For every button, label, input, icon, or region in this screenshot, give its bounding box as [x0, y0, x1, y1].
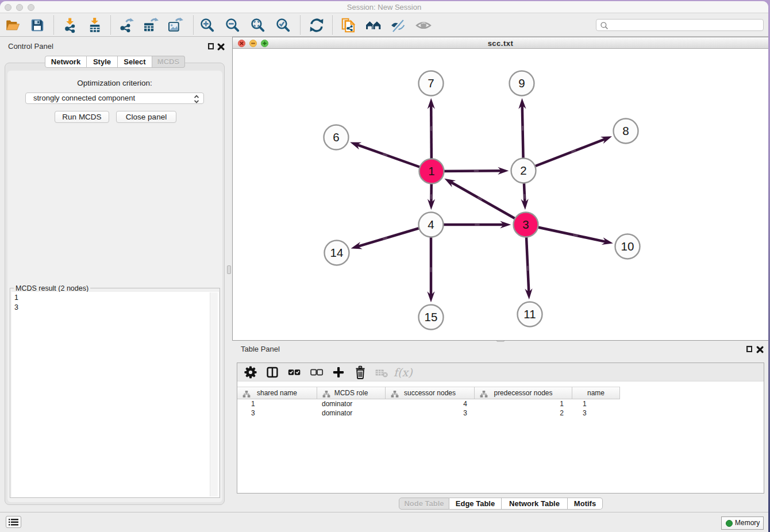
graph-node-label-8: 8 [622, 124, 629, 137]
task-history-icon[interactable] [6, 516, 21, 528]
table-panel-title: Table Panel [241, 345, 280, 353]
graph-node-label-15: 15 [425, 310, 438, 323]
clone-network-icon[interactable] [340, 17, 356, 33]
search-icon [600, 21, 609, 30]
memory-button[interactable]: Memory [721, 516, 764, 530]
optimization-label: Optimization criterion: [5, 79, 225, 87]
export-table-icon[interactable] [143, 17, 159, 33]
column-header-label: MCDS role [334, 389, 368, 397]
zoom-selected-icon[interactable] [275, 17, 291, 33]
column-header-shared-name[interactable]: shared name [237, 387, 317, 399]
control-panel-title: Control Panel [8, 42, 53, 51]
graph-node-label-11: 11 [523, 307, 536, 321]
tab-mcds[interactable]: MCDS [152, 56, 185, 68]
cell-name: 3 [572, 408, 620, 418]
table-panel-box: f(x) shared nameMCDS rolesuccessor nodes… [237, 363, 764, 494]
run-mcds-button[interactable]: Run MCDS [55, 111, 109, 123]
table-row-2[interactable]: 3dominator323 [237, 408, 620, 418]
zoom-in-icon[interactable] [199, 17, 215, 33]
result-scrollbar[interactable] [210, 292, 218, 496]
select-chevrons-icon [194, 94, 199, 104]
close-panel-button[interactable]: Close panel [116, 111, 176, 123]
memory-label: Memory [735, 519, 760, 527]
app-title: Session: New Session [0, 3, 768, 11]
zoom-out-icon[interactable] [225, 17, 241, 33]
control-panel-close-icon[interactable] [217, 43, 225, 51]
mcds-result-item: 3 [14, 303, 18, 313]
column-header-label: predecessor nodes [494, 389, 552, 397]
column-header-label: name [587, 389, 605, 397]
tab-select[interactable]: Select [118, 56, 152, 68]
graph-node-label-1: 1 [428, 164, 434, 178]
graph-node-label-14: 14 [330, 246, 344, 259]
function-icon: f(x) [394, 364, 410, 380]
search-input[interactable] [610, 20, 760, 30]
tree-icon [242, 391, 251, 398]
edge-2-8[interactable] [523, 138, 606, 171]
vertical-splitter-handle[interactable] [227, 265, 231, 274]
cell-predecessor-nodes: 2 [475, 408, 572, 418]
columns-icon[interactable] [264, 364, 280, 380]
tree-icon [480, 391, 488, 398]
column-header-label: shared name [257, 389, 297, 397]
cell-shared-name: 1 [237, 399, 317, 408]
memory-status-dot [726, 520, 733, 527]
tab-network[interactable]: Network [45, 56, 87, 68]
table-row-1[interactable]: 1dominator411 [237, 399, 620, 408]
table-panel-float-icon[interactable] [746, 346, 752, 352]
search-box [596, 19, 764, 31]
export-network-icon[interactable] [118, 17, 134, 33]
tab-style[interactable]: Style [87, 56, 118, 68]
save-icon[interactable] [29, 17, 45, 33]
column-header-name[interactable]: name [572, 387, 620, 399]
export-image-icon[interactable] [167, 17, 183, 33]
cell-successor-nodes: 3 [386, 408, 475, 418]
delete-icon[interactable] [352, 364, 368, 380]
cell-MCDS-role: dominator [317, 408, 386, 418]
graph-node-label-9: 9 [518, 76, 525, 90]
tab-node-table[interactable]: Node Table [399, 498, 449, 510]
table-panel-tabs: Node TableEdge TableNetwork TableMotifs [399, 498, 603, 510]
graph-node-label-4: 4 [428, 218, 434, 231]
toolbar-separator [53, 16, 54, 34]
mcds-result-area[interactable]: 13 [11, 292, 219, 497]
column-header-MCDS-role[interactable]: MCDS role [317, 387, 386, 399]
column-header-predecessor-nodes[interactable]: predecessor nodes [475, 387, 572, 399]
deselect-all-icon[interactable] [309, 364, 325, 380]
toolbar-separator [193, 16, 194, 34]
graph-node-label-2: 2 [520, 164, 526, 177]
optimization-select-value: strongly connected component [33, 94, 135, 102]
mcds-result-box: MCDS result (2 nodes) 13 [10, 288, 220, 498]
tab-network-table[interactable]: Network Table [502, 498, 568, 510]
add-icon[interactable] [330, 364, 346, 380]
home-icon[interactable] [365, 17, 382, 33]
import-network-icon[interactable] [62, 17, 78, 33]
cell-MCDS-role: dominator [317, 399, 386, 408]
optimization-select[interactable]: strongly connected component [25, 92, 204, 104]
network-window: scc.txt 1234678910111415 [232, 37, 768, 341]
delete-table-icon[interactable] [374, 364, 390, 380]
zoom-fit-icon[interactable] [250, 17, 266, 33]
network-graph[interactable]: 1234678910111415 [233, 49, 768, 340]
gear-icon[interactable] [242, 364, 259, 380]
show-icon[interactable] [415, 17, 432, 33]
cell-name: 1 [572, 399, 620, 408]
toolbar-separator [110, 16, 111, 34]
tab-edge-table[interactable]: Edge Table [449, 498, 502, 510]
select-all-icon[interactable] [286, 364, 302, 380]
graph-node-label-6: 6 [333, 130, 339, 144]
refresh-icon[interactable] [309, 17, 325, 33]
open-file-icon[interactable] [5, 17, 21, 33]
titlebar: Session: New Session [0, 1, 768, 13]
hide-icon[interactable] [390, 17, 406, 33]
toolbar-separator [300, 16, 301, 34]
control-panel-float-icon[interactable] [208, 43, 214, 49]
table-panel-close-icon[interactable] [756, 346, 764, 353]
edge-3-1[interactable] [449, 182, 526, 225]
cell-predecessor-nodes: 1 [475, 399, 572, 408]
toolbar-separator [332, 16, 333, 34]
tab-motifs[interactable]: Motifs [568, 498, 603, 510]
column-header-successor-nodes[interactable]: successor nodes [386, 387, 475, 399]
main-toolbar [0, 13, 768, 37]
import-table-icon[interactable] [87, 17, 103, 33]
